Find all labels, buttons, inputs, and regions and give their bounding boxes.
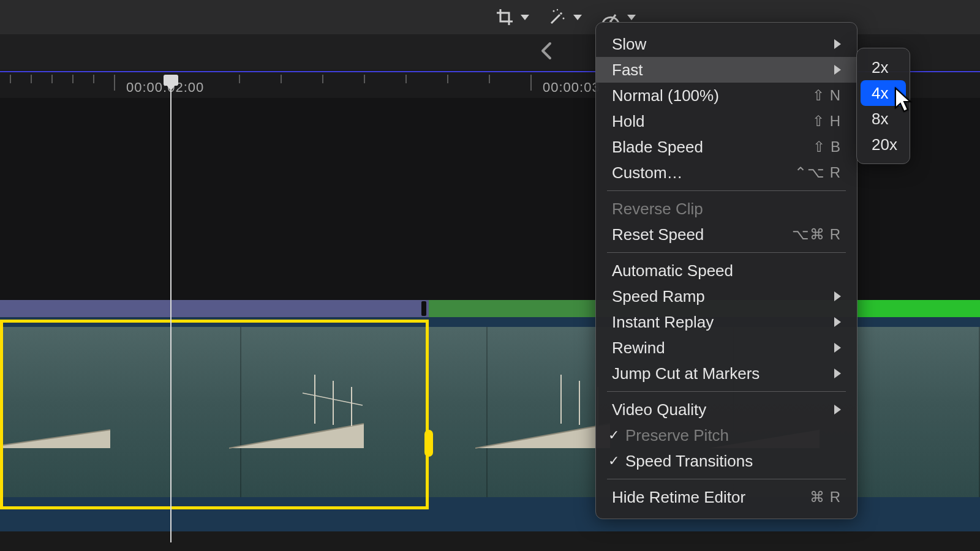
menu-label: Hide Retime Editor <box>612 488 745 507</box>
menu-item-speed-ramp[interactable]: Speed Ramp <box>596 283 857 309</box>
menu-label: Blade Speed <box>612 138 703 157</box>
crop-icon <box>495 7 514 27</box>
chevron-right-icon <box>834 39 841 49</box>
menu-separator <box>607 252 846 253</box>
menu-label: Speed Transitions <box>625 452 753 471</box>
chevron-down-icon <box>521 15 529 20</box>
menu-shortcut: ⇧ N <box>812 87 841 104</box>
menu-label: Automatic Speed <box>612 261 733 280</box>
playhead-line <box>170 89 172 542</box>
checkmark-icon: ✓ <box>608 427 622 443</box>
menu-label: Jump Cut at Markers <box>612 364 760 383</box>
submenu-item-20x[interactable]: 20x <box>861 132 906 157</box>
menu-label: Custom… <box>612 163 683 182</box>
submenu-item-4x[interactable]: 4x <box>861 80 906 106</box>
chevron-right-icon <box>834 405 841 414</box>
svg-point-3 <box>557 9 558 10</box>
fast-submenu: 2x 4x 8x 20x <box>856 48 910 164</box>
retime-menu: Slow Fast Normal (100%) ⇧ N Hold ⇧ H Bla… <box>595 22 858 519</box>
svg-point-1 <box>553 10 555 12</box>
timeline-history-back-button[interactable] <box>539 42 554 56</box>
retime-drag-handle[interactable] <box>424 430 433 457</box>
submenu-item-2x[interactable]: 2x <box>861 54 906 80</box>
retime-segment-fast[interactable] <box>856 300 980 317</box>
menu-item-rewind[interactable]: Rewind <box>596 335 857 361</box>
chevron-right-icon <box>834 317 841 327</box>
menu-label: Fast <box>612 61 643 80</box>
menu-label: Hold <box>612 112 644 131</box>
submenu-label: 4x <box>872 84 888 103</box>
menu-label: Speed Ramp <box>612 287 705 306</box>
retime-handle[interactable] <box>421 301 426 316</box>
playhead[interactable] <box>164 75 178 89</box>
menu-item-slow[interactable]: Slow <box>596 31 857 57</box>
menu-label: Instant Replay <box>612 313 714 332</box>
menu-item-preserve-pitch: ✓Preserve Pitch <box>596 422 857 448</box>
menu-item-hold[interactable]: Hold ⇧ H <box>596 108 857 134</box>
menu-label: Preserve Pitch <box>625 426 729 445</box>
menu-item-normal[interactable]: Normal (100%) ⇧ N <box>596 83 857 108</box>
magic-wand-icon <box>548 7 567 27</box>
menu-item-automatic-speed[interactable]: Automatic Speed <box>596 258 857 283</box>
clip-thumbnail <box>241 327 488 497</box>
submenu-label: 8x <box>872 110 888 129</box>
enhance-tool-button[interactable] <box>541 0 588 34</box>
menu-label: Reverse Clip <box>612 200 703 219</box>
menu-label: Video Quality <box>612 400 706 419</box>
menu-item-blade-speed[interactable]: Blade Speed ⇧ B <box>596 134 857 160</box>
submenu-label: 20x <box>872 135 897 154</box>
menu-separator <box>607 391 846 392</box>
chevron-right-icon <box>834 291 841 301</box>
menu-item-reset-speed[interactable]: Reset Speed ⌥⌘ R <box>596 222 857 247</box>
menu-item-jump-cut[interactable]: Jump Cut at Markers <box>596 361 857 386</box>
chevron-right-icon <box>834 65 841 75</box>
menu-item-speed-transitions[interactable]: ✓Speed Transitions <box>596 448 857 474</box>
chevron-right-icon <box>834 369 841 378</box>
menu-shortcut: ⇧ H <box>812 113 841 130</box>
menu-item-reverse-clip: Reverse Clip <box>596 196 857 222</box>
submenu-item-8x[interactable]: 8x <box>861 106 906 132</box>
menu-shortcut: ⌃⌥ R <box>794 164 841 181</box>
menu-shortcut: ⌘ R <box>810 489 841 506</box>
chevron-right-icon <box>834 343 841 353</box>
chevron-down-icon <box>627 15 636 20</box>
menu-item-video-quality[interactable]: Video Quality <box>596 397 857 422</box>
svg-point-2 <box>563 18 565 20</box>
menu-item-instant-replay[interactable]: Instant Replay <box>596 309 857 335</box>
menu-label: Reset Speed <box>612 225 704 244</box>
menu-label: Slow <box>612 35 646 54</box>
menu-shortcut: ⌥⌘ R <box>792 226 841 243</box>
menu-shortcut: ⇧ B <box>813 138 841 156</box>
menu-item-hide-retime-editor[interactable]: Hide Retime Editor ⌘ R <box>596 484 857 510</box>
crop-tool-button[interactable] <box>489 0 535 34</box>
menu-separator <box>607 190 846 191</box>
retime-segment-normal[interactable] <box>0 300 429 317</box>
ruler-timecode: 00:00:03 <box>543 80 600 96</box>
menu-item-fast[interactable]: Fast <box>596 57 857 83</box>
checkmark-icon: ✓ <box>608 453 622 469</box>
svg-point-0 <box>560 12 562 15</box>
menu-separator <box>607 479 846 479</box>
menu-label: Rewind <box>612 339 665 358</box>
chevron-down-icon <box>573 15 582 20</box>
clip-thumbnail <box>0 327 241 497</box>
menu-item-custom[interactable]: Custom… ⌃⌥ R <box>596 160 857 186</box>
menu-label: Normal (100%) <box>612 86 719 105</box>
submenu-label: 2x <box>872 58 888 77</box>
